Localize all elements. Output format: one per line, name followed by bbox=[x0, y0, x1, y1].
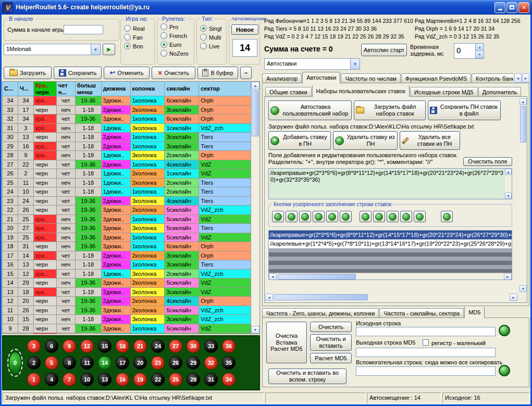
scroll-right-icon[interactable]: ► bbox=[510, 294, 517, 301]
tab-функционал-psevdoms[interactable]: Функционал PsevdoMS bbox=[401, 73, 471, 83]
radio-option-french[interactable]: French bbox=[160, 32, 194, 40]
new-shift-button[interactable]: Новое bbox=[231, 24, 258, 35]
md5-aux-input[interactable] bbox=[356, 366, 496, 376]
quick-fill-button-6[interactable] bbox=[340, 211, 352, 222]
quick-fill-button-1[interactable] bbox=[272, 211, 284, 222]
table-row[interactable]: 2916кра..чет1-182дюжи..1колонка3сиклайнT… bbox=[3, 142, 251, 151]
board-number-7[interactable]: 7 bbox=[63, 373, 76, 386]
table-row[interactable]: 2226чернчет19-363дюжи..2колонка5сиклайнV… bbox=[3, 206, 251, 215]
table-row[interactable]: 1512кра..чет1-181дюжи..3колонка2сиклайнV… bbox=[3, 270, 251, 279]
table-vertical-scrollbar[interactable]: ▲ ▼ bbox=[251, 82, 259, 334]
scroll-down-icon[interactable]: ▼ bbox=[251, 326, 259, 334]
clear-button[interactable]: ×Очистить bbox=[152, 67, 195, 79]
column-header[interactable]: Кра..черн bbox=[34, 82, 57, 96]
scroll-thumb[interactable] bbox=[252, 91, 259, 136]
board-number-18[interactable]: 18 bbox=[116, 339, 129, 353]
tab-общие-ставки[interactable]: Общие ставки bbox=[265, 87, 312, 97]
table-row[interactable]: 2027кра..неч19-363дюжи..3колонка5сиклайн… bbox=[3, 224, 251, 233]
tab-частота-zero-шансы-дюжины-колонки[interactable]: Частота - Zero, шансы, дюжины, колонки bbox=[262, 308, 379, 318]
board-number-22[interactable]: 22 bbox=[151, 373, 165, 386]
remove-bet-button[interactable]: − Удалить ставку из ПН bbox=[333, 131, 398, 150]
board-number-29[interactable]: 29 bbox=[187, 356, 200, 370]
table-row[interactable]: 1925кра..неч19-363дюжи..1колонка5сиклайн… bbox=[3, 233, 251, 243]
radio-option-bon[interactable]: Bon bbox=[124, 42, 154, 50]
table-row[interactable]: 289кра..неч1-181дюжи..3колонка2сиклайнOr… bbox=[3, 151, 251, 160]
board-number-33[interactable]: 33 bbox=[204, 339, 218, 353]
md5-source-input[interactable] bbox=[356, 327, 496, 336]
board-number-11[interactable]: 11 bbox=[80, 356, 94, 370]
column-header[interactable]: сиклайн bbox=[165, 82, 199, 96]
to-buffer-button[interactable]: В буфер bbox=[197, 67, 238, 79]
board-number-1[interactable]: 1 bbox=[27, 373, 41, 386]
play-button[interactable]: ▶ bbox=[103, 44, 115, 55]
column-header[interactable]: сектор bbox=[199, 82, 251, 96]
scroll-thumb[interactable] bbox=[278, 274, 356, 280]
table-row[interactable]: 2125кра..неч19-363дюжи..1колонка5сиклайн… bbox=[3, 215, 251, 224]
bets-list-hscrollbar[interactable]: ◄ ► bbox=[269, 273, 512, 280]
table-row[interactable]: 1318кра..чет1-182дюжи..3колонка3сиклайнV… bbox=[3, 288, 251, 297]
table-row[interactable]: 1429черннеч19-363дюжи..2колонка5сиклайнV… bbox=[3, 278, 251, 288]
tab-анализатор[interactable]: Анализатор bbox=[262, 73, 302, 83]
scroll-up-icon[interactable]: ▲ bbox=[519, 98, 527, 105]
radio-option-nozero[interactable]: NoZero bbox=[160, 49, 194, 57]
quick-fill-button-12[interactable] bbox=[441, 211, 453, 222]
quick-fill-button-5[interactable] bbox=[326, 211, 338, 222]
board-number-24[interactable]: 24 bbox=[151, 339, 165, 353]
clear-paste-aux-button[interactable]: Очистить и вставить во вспом. строку bbox=[268, 369, 347, 384]
board-number-20[interactable]: 20 bbox=[133, 356, 147, 370]
column-header[interactable]: Ч... bbox=[18, 82, 34, 96]
column-header[interactable]: колонка bbox=[131, 82, 165, 96]
md5-clear-paste-button[interactable]: Очистить и вставить bbox=[310, 334, 352, 351]
board-number-0[interactable]: 0 bbox=[9, 352, 21, 374]
bet-list-item[interactable]: //карелевые+gr(1*2*4*5)+gr(7*8*10*11)+gr… bbox=[269, 239, 512, 248]
autospin-start-button[interactable]: Автоспин старт bbox=[361, 44, 407, 56]
maximize-button[interactable] bbox=[506, 2, 517, 13]
clear-field-button[interactable]: Очистить поле bbox=[463, 157, 512, 166]
radio-option-euro[interactable]: Euro bbox=[160, 41, 194, 48]
quick-fill-button-9[interactable] bbox=[387, 211, 399, 222]
radio-option-fan[interactable]: Fan bbox=[124, 33, 154, 41]
tabs-scroll-left-icon[interactable]: ◄ bbox=[514, 73, 522, 83]
quick-fill-button-8[interactable] bbox=[373, 211, 385, 222]
md5-output-input[interactable] bbox=[356, 348, 496, 357]
board-number-23[interactable]: 23 bbox=[151, 356, 165, 370]
board-number-14[interactable]: 14 bbox=[98, 356, 112, 370]
start-sum-input[interactable] bbox=[64, 25, 103, 34]
tab-автоставки[interactable]: Автоставки bbox=[302, 72, 340, 83]
save-button[interactable]: Сохранить bbox=[54, 67, 102, 79]
board-number-32[interactable]: 32 bbox=[204, 356, 218, 370]
scroll-thumb[interactable] bbox=[520, 106, 526, 143]
md5-source-knob-button[interactable] bbox=[499, 325, 510, 336]
minus-button[interactable]: − bbox=[240, 67, 252, 79]
tab-частота-сиклайны-сектора[interactable]: Частота - сиклайны, сектора bbox=[379, 308, 464, 318]
scroll-left-icon[interactable]: ◄ bbox=[269, 273, 277, 280]
save-bet-file-button[interactable]: Сохранить ПН ставок в файл bbox=[428, 100, 501, 120]
spinner-up-icon[interactable]: ▲ bbox=[476, 44, 484, 51]
board-number-34[interactable]: 34 bbox=[222, 373, 236, 386]
board-number-5[interactable]: 5 bbox=[45, 356, 58, 370]
tabs-scroll-right-icon[interactable]: ► bbox=[522, 73, 529, 83]
board-number-4[interactable]: 4 bbox=[45, 373, 58, 386]
radio-option-singl[interactable]: Singl bbox=[200, 24, 226, 32]
board-number-31[interactable]: 31 bbox=[204, 373, 218, 386]
scroll-right-icon[interactable]: ► bbox=[504, 273, 512, 280]
tab-md5[interactable]: MD5 bbox=[464, 307, 485, 318]
board-number-2[interactable]: 2 bbox=[27, 356, 41, 370]
bet-list-item[interactable]: //кареправые+gr(2*3*5*6)+gr(8*9*11*12)+g… bbox=[269, 231, 512, 239]
board-number-25[interactable]: 25 bbox=[169, 373, 182, 386]
tab-наборы-пользовательских-ставок[interactable]: Наборы пользовательских ставок bbox=[312, 86, 410, 97]
autobet-custom-set-button[interactable]: Автоставка пользовательский набор bbox=[268, 100, 352, 120]
load-bet-file-button[interactable]: Загрузить файл набора ставок bbox=[354, 100, 426, 120]
board-number-28[interactable]: 28 bbox=[187, 373, 200, 386]
quick-fill-button-2[interactable] bbox=[286, 211, 298, 222]
table-row[interactable]: 2722чернчет19-362дюжи..1колонка4сиклайнV… bbox=[3, 160, 251, 170]
quick-fill-button-11[interactable] bbox=[414, 211, 426, 222]
radio-option-real[interactable]: Real bbox=[124, 24, 154, 32]
board-number-17[interactable]: 17 bbox=[116, 356, 129, 370]
quick-fill-button-4[interactable] bbox=[313, 211, 325, 222]
table-row[interactable]: 3317черннеч1-182дюжи..2колонка3сиклайнOr… bbox=[3, 106, 251, 115]
radio-option-live[interactable]: Live bbox=[200, 42, 226, 50]
minimize-button[interactable] bbox=[494, 2, 505, 13]
preset-combo[interactable]: 1Melonati ▼ bbox=[4, 44, 101, 55]
scroll-up-icon[interactable]: ▲ bbox=[505, 169, 512, 175]
